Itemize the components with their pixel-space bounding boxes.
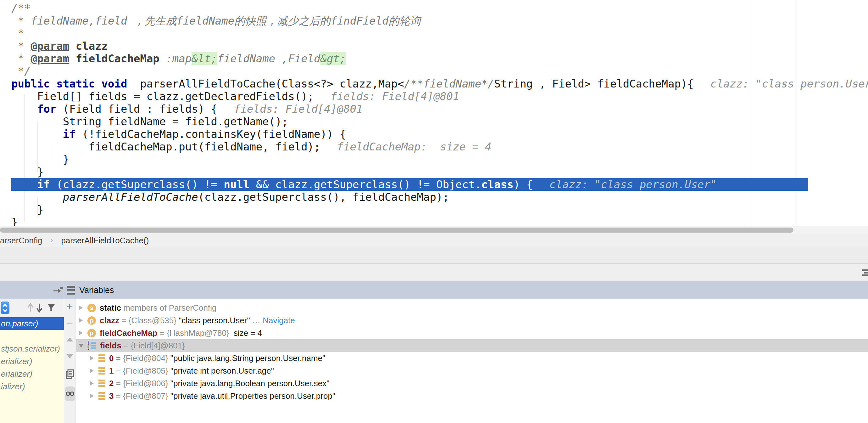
variable-row[interactable]: 1 = {Field@805} "private int person.User… bbox=[76, 364, 868, 377]
code-line[interactable]: } bbox=[11, 153, 808, 166]
code-line[interactable]: * bbox=[11, 27, 808, 40]
variable-row[interactable]: 0 = {Field@804} "public java.lang.String… bbox=[76, 352, 868, 364]
chevron-right-icon[interactable] bbox=[90, 356, 94, 361]
field-icon bbox=[98, 367, 105, 374]
breadcrumb-item-method[interactable]: parserAllFieldToCache() bbox=[61, 236, 149, 246]
variable-row[interactable]: pfieldCacheMap = {HashMap@780} size = 4 bbox=[76, 327, 868, 339]
breadcrumb: arserConfig › parserAllFieldToCache() bbox=[0, 233, 868, 247]
code-line[interactable]: } bbox=[11, 216, 808, 226]
show-execution-point-icon[interactable] bbox=[53, 285, 63, 295]
stack-frame-item[interactable]: erializer) bbox=[0, 368, 64, 380]
scroll-up-icon[interactable] bbox=[64, 337, 75, 341]
scroll-down-icon[interactable] bbox=[64, 355, 75, 359]
variables-tree: sstatic members of ParserConfigpclazz = … bbox=[76, 302, 868, 402]
variable-row[interactable]: sstatic members of ParserConfig bbox=[76, 302, 868, 314]
field-icon bbox=[98, 379, 105, 387]
header-divider bbox=[64, 281, 64, 299]
code-line[interactable]: } bbox=[11, 166, 808, 178]
execution-line[interactable]: if (clazz.getSuperclass() != null && cla… bbox=[11, 178, 808, 191]
code-line[interactable]: for (Field field : fields) { fields: Fie… bbox=[11, 103, 808, 115]
chevron-right-icon[interactable] bbox=[90, 381, 94, 386]
debugger-tabs-band bbox=[0, 264, 868, 281]
code-line[interactable]: * @param fieldCacheMap :map&lt;fieldName… bbox=[11, 52, 808, 65]
frames-toolbar bbox=[0, 299, 64, 317]
panel-menu-icon[interactable] bbox=[862, 269, 868, 277]
frames-list: on.parser)stjson.serializer)erializer)er… bbox=[0, 317, 64, 423]
code-line[interactable]: /** bbox=[11, 2, 808, 15]
move-up-icon[interactable] bbox=[26, 303, 35, 313]
glasses-icon[interactable] bbox=[65, 387, 75, 401]
code-line[interactable]: * @param clazz bbox=[11, 40, 808, 52]
field-icon bbox=[98, 392, 105, 400]
stack-frame-item[interactable]: stjson.serializer) bbox=[0, 342, 64, 355]
breadcrumb-item-class[interactable]: arserConfig bbox=[0, 236, 42, 246]
variable-row[interactable]: 2 = {Field@806} "private java.lang.Boole… bbox=[76, 377, 868, 390]
variable-row[interactable]: 123fields = {Field[4]@801} bbox=[76, 339, 868, 352]
watch-icon-strip: + − bbox=[64, 299, 75, 423]
code-line[interactable]: public static void parserAllFieldToCache… bbox=[11, 78, 808, 90]
array-icon: 123 bbox=[87, 341, 96, 350]
code-line[interactable]: */ bbox=[11, 65, 808, 78]
chevron-right-icon: › bbox=[50, 236, 53, 245]
filter-icon[interactable] bbox=[47, 303, 55, 313]
chevron-down-icon[interactable] bbox=[79, 344, 84, 348]
frame-spacer bbox=[0, 330, 64, 342]
scrollbar-thumb[interactable] bbox=[0, 228, 794, 233]
stack-frame-item[interactable]: erializer) bbox=[0, 355, 64, 368]
variables-tab-icon bbox=[67, 286, 75, 294]
variables-panel-title: Variables bbox=[79, 281, 114, 299]
code-line[interactable]: if (!fieldCacheMap.containsKey(fieldName… bbox=[11, 128, 808, 140]
code-line[interactable]: * fieldName,field ，先生成fieldName的快照，减少之后的… bbox=[11, 15, 808, 27]
variables-panel: sstatic members of ParserConfigpclazz = … bbox=[76, 299, 868, 423]
stack-frame-item[interactable]: ializer) bbox=[0, 380, 64, 393]
code-line[interactable]: fieldCacheMap.put(fieldName, field); fie… bbox=[11, 140, 808, 153]
copy-stack-icon[interactable] bbox=[64, 369, 75, 381]
chevron-right-icon[interactable] bbox=[90, 393, 94, 398]
chevron-right-icon[interactable] bbox=[90, 368, 94, 373]
chevron-right-icon[interactable] bbox=[79, 318, 83, 323]
chevron-right-icon[interactable] bbox=[79, 305, 83, 310]
code-line[interactable]: String fieldName = field.getName(); bbox=[11, 115, 808, 128]
remove-watch-button[interactable]: − bbox=[64, 317, 75, 329]
add-watch-button[interactable]: + bbox=[64, 301, 75, 312]
param-icon: p bbox=[87, 316, 96, 325]
debugger-toolbar-band bbox=[0, 247, 868, 264]
stack-frame-item[interactable]: on.parser) bbox=[0, 317, 64, 330]
thread-selector-button[interactable] bbox=[1, 302, 9, 314]
variable-row[interactable]: pclazz = {Class@535} "class person.User"… bbox=[76, 314, 868, 327]
code-area: /** * fieldName,field ，先生成fieldName的快照，减… bbox=[0, 2, 868, 226]
variable-row[interactable]: 3 = {Field@807} "private java.util.Prope… bbox=[76, 390, 868, 402]
chevron-right-icon[interactable] bbox=[79, 331, 83, 336]
move-down-icon[interactable] bbox=[35, 303, 43, 313]
code-line[interactable]: } bbox=[11, 203, 808, 216]
field-icon bbox=[98, 355, 105, 362]
variables-panel-header: Variables bbox=[0, 281, 868, 299]
code-line[interactable]: parserAllFieldToCache(clazz.getSuperclas… bbox=[11, 191, 808, 203]
code-editor[interactable]: /** * fieldName,field ，先生成fieldName的快照，减… bbox=[0, 0, 868, 226]
horizontal-scrollbar[interactable] bbox=[0, 226, 868, 233]
param-icon: p bbox=[87, 329, 96, 337]
static-icon: s bbox=[87, 304, 96, 312]
frames-panel: on.parser)stjson.serializer)erializer)er… bbox=[0, 299, 64, 423]
code-line[interactable]: Field[] fields = clazz.getDeclaredFields… bbox=[11, 90, 808, 103]
